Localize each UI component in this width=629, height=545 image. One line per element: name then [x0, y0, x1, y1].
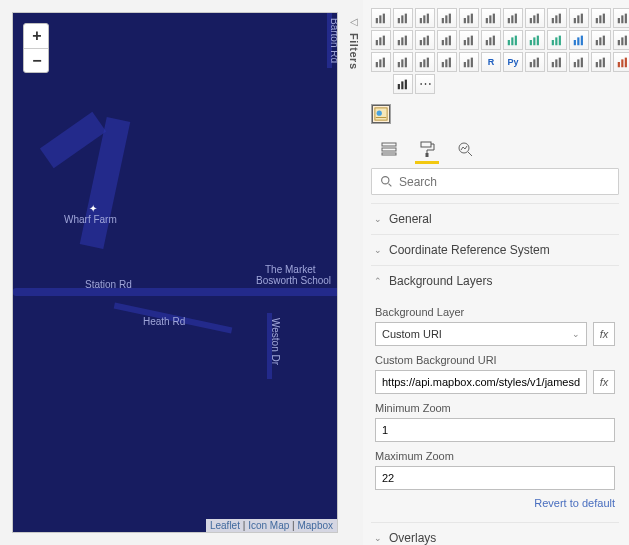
background-layer-select[interactable]: Custom URI ⌄ [375, 322, 587, 346]
svg-rect-13 [467, 15, 469, 23]
viz-type-qna[interactable] [569, 52, 589, 72]
svg-rect-69 [618, 40, 620, 45]
viz-type-paginated-report[interactable] [613, 52, 629, 72]
tab-format[interactable] [417, 138, 437, 160]
selected-visual-icon[interactable] [371, 104, 391, 124]
road-wharf-a [40, 112, 106, 168]
viz-type-table[interactable] [437, 52, 457, 72]
viz-type-matrix[interactable] [459, 52, 479, 72]
viz-type-line[interactable] [503, 8, 523, 28]
viz-type-python-visual[interactable]: Py [503, 52, 523, 72]
svg-rect-42 [420, 40, 422, 45]
fx-button-background-layer[interactable]: fx [593, 322, 615, 346]
svg-rect-54 [508, 40, 510, 45]
svg-rect-4 [401, 15, 403, 23]
svg-rect-25 [555, 15, 557, 23]
viz-type-azure-map[interactable] [569, 30, 589, 50]
viz-type-shape-map[interactable] [547, 30, 567, 50]
tab-analytics[interactable] [455, 138, 475, 160]
svg-rect-44 [427, 36, 429, 46]
viz-type-line-stacked-column[interactable] [591, 8, 611, 28]
viz-type-kpi[interactable] [393, 52, 413, 72]
svg-rect-22 [533, 15, 535, 23]
visualization-gallery: RPy⋯ [371, 8, 619, 94]
viz-type-slicer[interactable] [415, 52, 435, 72]
viz-type-clustered-column[interactable] [459, 8, 479, 28]
viz-type-stacked-column[interactable] [437, 8, 457, 28]
viz-type-smart-narrative[interactable] [591, 52, 611, 72]
section-overlays[interactable]: ⌄ Overlays [371, 522, 619, 545]
min-zoom-input-wrap[interactable] [375, 418, 615, 442]
fx-button-custom-uri[interactable]: fx [593, 370, 615, 394]
max-zoom-input-wrap[interactable] [375, 466, 615, 490]
svg-rect-34 [621, 15, 623, 23]
svg-rect-78 [420, 62, 422, 67]
viz-type-funnel[interactable] [393, 30, 413, 50]
revert-to-default-link[interactable]: Revert to default [534, 497, 615, 509]
svg-rect-58 [533, 37, 535, 45]
viz-type-waterfall[interactable] [371, 30, 391, 50]
svg-rect-86 [471, 58, 473, 68]
map-visual[interactable]: ✦ Wharf Farm Station Rd Heath Rd Weston … [12, 12, 338, 533]
attribution-leaflet-link[interactable]: Leaflet [210, 520, 240, 531]
viz-type-donut[interactable] [459, 30, 479, 50]
search-input[interactable] [399, 175, 610, 189]
attribution-iconmap-link[interactable]: Icon Map [248, 520, 289, 531]
svg-rect-21 [530, 18, 532, 23]
svg-rect-87 [530, 62, 532, 67]
viz-type-ellipsis[interactable]: ⋯ [415, 74, 435, 94]
custom-background-uri-input[interactable] [382, 376, 580, 388]
section-background-layers[interactable]: ⌃ Background Layers [371, 265, 619, 296]
svg-rect-67 [599, 37, 601, 45]
viz-type-line-clustered-column[interactable] [569, 8, 589, 28]
viz-type-filled-map[interactable] [525, 30, 545, 50]
svg-point-106 [377, 111, 382, 116]
viz-type-multi-row-card[interactable] [371, 52, 391, 72]
viz-type-r-visual[interactable]: R [481, 52, 501, 72]
svg-rect-99 [618, 62, 620, 67]
custom-background-uri-input-wrap[interactable] [375, 370, 587, 394]
viz-type-stacked-area[interactable] [547, 8, 567, 28]
viz-type-treemap[interactable] [481, 30, 501, 50]
attribution-mapbox-link[interactable]: Mapbox [297, 520, 333, 531]
viz-type-pie[interactable] [437, 30, 457, 50]
svg-rect-18 [508, 18, 510, 23]
svg-rect-95 [581, 58, 583, 68]
tab-fields[interactable] [379, 138, 399, 160]
svg-rect-15 [486, 18, 488, 23]
viz-type-100-stacked-bar[interactable] [415, 8, 435, 28]
viz-type-card[interactable] [613, 30, 629, 50]
map-label-school-l1: The Market [265, 264, 316, 275]
viz-type-100-stacked-column[interactable] [481, 8, 501, 28]
svg-rect-109 [382, 153, 396, 155]
section-crs[interactable]: ⌄ Coordinate Reference System [371, 234, 619, 265]
viz-type-clustered-bar[interactable] [393, 8, 413, 28]
section-general[interactable]: ⌄ General [371, 203, 619, 234]
zoom-out-button[interactable]: − [24, 48, 49, 72]
svg-rect-43 [423, 37, 425, 45]
zoom-in-button[interactable]: + [24, 24, 49, 48]
search-input-wrap[interactable] [371, 168, 619, 195]
viz-type-scatter[interactable] [415, 30, 435, 50]
viz-type-map[interactable] [503, 30, 523, 50]
viz-type-area[interactable] [525, 8, 545, 28]
svg-rect-104 [405, 80, 407, 90]
viz-type-decomposition-tree[interactable] [547, 52, 567, 72]
viz-type-key-influencers[interactable] [525, 52, 545, 72]
field-label-max-zoom: Maximum Zoom [375, 450, 615, 462]
svg-rect-63 [574, 40, 576, 45]
viz-type-stacked-bar[interactable] [371, 8, 391, 28]
road-station [13, 288, 338, 296]
section-label: Overlays [389, 531, 436, 545]
svg-rect-77 [405, 58, 407, 68]
filters-pane-collapsed[interactable]: ◁ Filters [345, 0, 363, 545]
svg-rect-89 [537, 58, 539, 68]
viz-type-gauge[interactable] [591, 30, 611, 50]
viz-type-power-apps[interactable] [393, 74, 413, 94]
min-zoom-input[interactable] [382, 424, 608, 436]
max-zoom-input[interactable] [382, 472, 608, 484]
viz-type-ribbon[interactable] [613, 8, 629, 28]
svg-rect-33 [618, 18, 620, 23]
svg-rect-10 [445, 15, 447, 23]
svg-rect-46 [445, 37, 447, 45]
